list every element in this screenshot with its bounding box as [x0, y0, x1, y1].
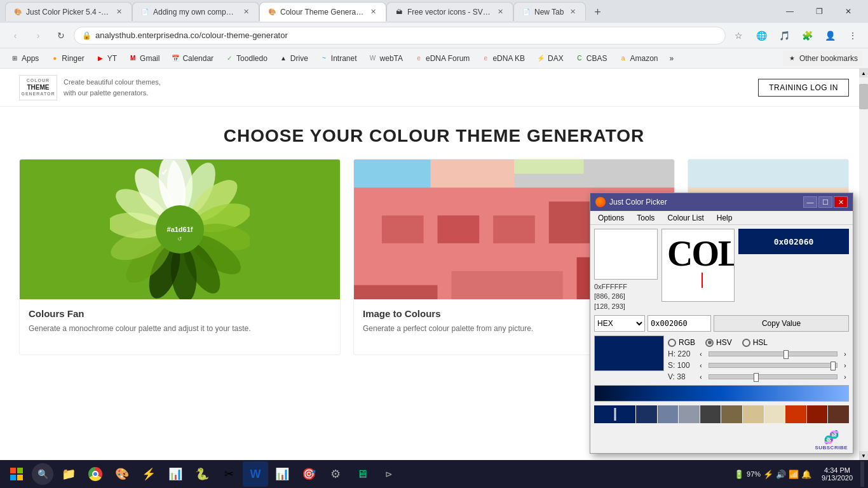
s-decrease-button[interactable]: ‹	[697, 362, 705, 369]
browser-icon-2[interactable]: 🎵	[774, 25, 794, 46]
radio-hsv[interactable]: HSV	[705, 338, 732, 347]
picker-minimize-button[interactable]: —	[803, 196, 817, 208]
tab-3-close[interactable]: ✕	[368, 7, 378, 17]
picker-close-button[interactable]: ✕	[834, 196, 848, 208]
history-swatch-8[interactable]	[785, 405, 806, 423]
bookmark-dax[interactable]: ⚡ DAX	[531, 51, 569, 66]
tab-3[interactable]: 🎨 Colour Theme Generator | ✕	[259, 2, 386, 21]
forward-button[interactable]: ›	[28, 25, 48, 46]
history-swatch-3[interactable]	[679, 405, 700, 423]
radio-hsl[interactable]: HSL	[742, 338, 768, 347]
minimize-button[interactable]: —	[775, 0, 804, 23]
browser-icon-1[interactable]: 🌐	[751, 25, 771, 46]
show-desktop-button[interactable]	[860, 461, 864, 487]
scroll-thumb[interactable]	[859, 84, 868, 109]
history-swatch-5[interactable]	[721, 405, 742, 423]
tab-4-close[interactable]: ✕	[495, 7, 505, 17]
tab-1-close[interactable]: ✕	[114, 7, 124, 17]
bookmark-edna-kb[interactable]: e eDNA KB	[476, 51, 530, 66]
taskbar-app-monitor[interactable]: 🖥	[349, 461, 375, 487]
taskbar-app-paint[interactable]: 🎨	[109, 461, 135, 487]
tab-2-close[interactable]: ✕	[241, 7, 251, 17]
picker-menu-colour-list[interactable]: Colour List	[662, 212, 709, 224]
bookmarks-more[interactable]: »	[665, 51, 677, 66]
picker-maximize-button[interactable]: ☐	[818, 196, 832, 208]
copy-value-button[interactable]: Copy Value	[714, 315, 849, 332]
h-slider-track[interactable]	[709, 351, 837, 356]
browser-icon-3[interactable]: 🧩	[797, 25, 817, 46]
taskbar-search-button[interactable]: 🔍	[32, 463, 53, 485]
taskbar-app-more[interactable]: ⊳	[376, 461, 402, 487]
taskbar-app-scissors[interactable]: ✂	[216, 461, 241, 487]
back-button[interactable]: ‹	[5, 25, 25, 46]
login-button[interactable]: TRAINING LOG IN	[758, 79, 849, 97]
taskbar-app-word[interactable]: W	[243, 461, 268, 487]
picker-menu-options[interactable]: Options	[593, 212, 629, 224]
bookmark-ringer[interactable]: ● Ringer	[45, 51, 89, 66]
taskbar-app-app5[interactable]: ⚡	[136, 461, 161, 487]
tab-2[interactable]: 📄 Adding my own company b... ✕	[132, 2, 259, 21]
hex-value-input[interactable]	[648, 315, 711, 332]
menu-icon[interactable]: ⋮	[843, 25, 863, 46]
taskbar-app-target[interactable]: 🎯	[296, 461, 322, 487]
taskbar-app-powerpoint[interactable]: 📊	[269, 461, 295, 487]
history-swatch-2[interactable]	[658, 405, 679, 423]
bookmark-gmail[interactable]: M Gmail	[123, 51, 165, 66]
taskbar-app-chrome[interactable]	[83, 461, 108, 487]
close-button[interactable]: ✕	[834, 0, 863, 23]
taskbar-app-excel[interactable]: 📊	[163, 461, 188, 487]
v-increase-button[interactable]: ›	[841, 373, 849, 381]
bookmark-other[interactable]: ★ Other bookmarks	[783, 51, 863, 66]
bookmark-calendar[interactable]: 📅 Calendar	[166, 51, 219, 66]
s-increase-button[interactable]: ›	[841, 362, 849, 369]
taskbar-clock[interactable]: 4:34 PM 9/13/2020	[817, 466, 858, 482]
gradient-bar[interactable]	[594, 385, 849, 402]
bookmark-webta[interactable]: W webTA	[363, 51, 408, 66]
bookmark-cbas[interactable]: C CBAS	[570, 51, 613, 66]
history-swatch-4[interactable]	[700, 405, 721, 423]
bookmark-intranet[interactable]: ~ Intranet	[315, 51, 362, 66]
taskbar-app-python[interactable]: 🐍	[189, 461, 215, 487]
v-slider-track[interactable]	[709, 374, 837, 379]
tab-5[interactable]: 📄 New Tab ✕	[513, 2, 586, 21]
history-swatch-7[interactable]	[764, 405, 785, 423]
tab-4[interactable]: 🏔 Free vector icons - SVG, PS... ✕	[386, 2, 513, 21]
network-icon[interactable]: 📶	[789, 470, 799, 479]
card-colours-fan[interactable]: #a1d61f ↺ ✓ Colours Fan Generate a monoc…	[19, 159, 341, 355]
tab-5-close[interactable]: ✕	[567, 7, 578, 17]
bookmark-drive[interactable]: ▲ Drive	[274, 51, 313, 66]
tab-1[interactable]: 🎨 Just Color Picker 5.4 - best ✕	[5, 2, 132, 21]
address-bar[interactable]: 🔒 analysthub.enterprisedna.co/colour-the…	[74, 27, 726, 44]
hex-format-select[interactable]: HEX RGB HSL	[594, 315, 645, 332]
bookmark-star-icon[interactable]: ☆	[728, 25, 749, 46]
new-tab-button[interactable]: +	[588, 3, 606, 21]
bookmark-apps[interactable]: ⊞ Apps	[5, 51, 44, 66]
radio-rgb[interactable]: RGB	[668, 338, 695, 347]
history-swatch-9[interactable]	[807, 405, 828, 423]
volume-icon[interactable]: 🔊	[776, 470, 786, 479]
picker-menu-help[interactable]: Help	[712, 212, 738, 224]
bookmark-amazon[interactable]: a Amazon	[613, 51, 663, 66]
taskbar-app-explorer[interactable]: 📁	[56, 461, 81, 487]
notification-icon[interactable]: 🔔	[801, 470, 811, 479]
history-swatch-6[interactable]	[743, 405, 764, 423]
taskbar-app-settings[interactable]: ⚙	[323, 461, 348, 487]
profile-icon[interactable]: 👤	[820, 25, 840, 46]
history-swatch-10[interactable]	[828, 405, 849, 423]
bookmark-toodledo[interactable]: ✓ Toodledo	[220, 51, 273, 66]
h-increase-button[interactable]: ›	[841, 350, 849, 358]
scroll-up-button[interactable]: ▲	[859, 69, 868, 78]
maximize-button[interactable]: ❐	[804, 0, 834, 23]
bookmark-edna-forum[interactable]: e eDNA Forum	[409, 51, 475, 66]
scroll-down-button[interactable]: ▼	[859, 451, 868, 460]
h-decrease-button[interactable]: ‹	[697, 350, 705, 358]
history-swatch-1[interactable]	[636, 405, 657, 423]
picker-menu-tools[interactable]: Tools	[632, 212, 660, 224]
v-decrease-button[interactable]: ‹	[697, 373, 705, 381]
s-slider-track[interactable]	[709, 363, 837, 368]
reload-button[interactable]: ↻	[51, 25, 71, 46]
start-button[interactable]	[4, 461, 29, 487]
scrollbar[interactable]: ▲ ▼	[859, 69, 868, 460]
subscribe-button[interactable]: 🧬 SUBSCRIBE	[815, 430, 848, 451]
history-swatch-0[interactable]	[594, 405, 635, 423]
